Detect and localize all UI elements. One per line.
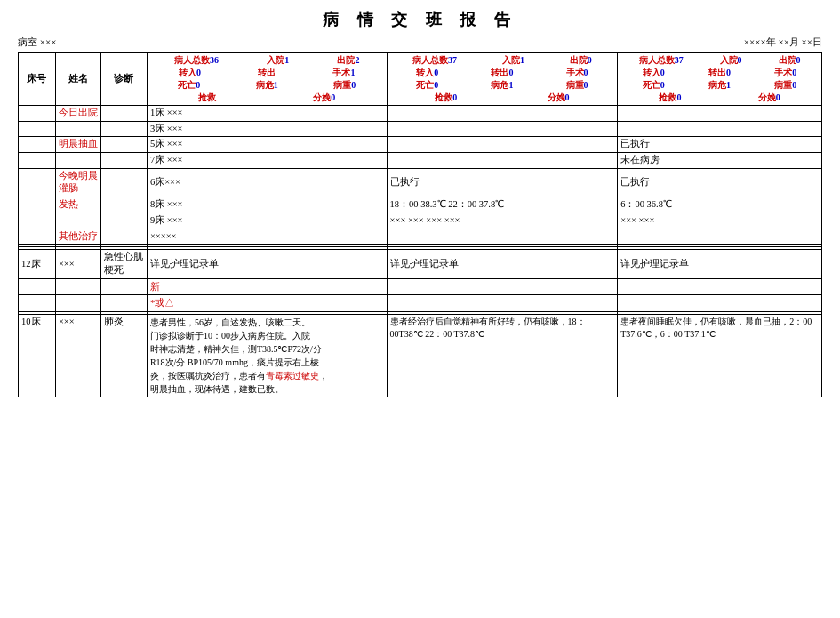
cell-diag-10: 肺炎 xyxy=(100,314,147,397)
stat-night-discharge: 出院0 xyxy=(779,54,801,67)
table-row: 9床 ××× ××× ××× ××× ××× ××× ××× xyxy=(19,213,822,229)
stat-day-birth: 分娩0 xyxy=(313,92,335,104)
stat-night-transfer-out: 转出0 xyxy=(708,67,731,79)
cell-shift2-12: 详见护理记录单 xyxy=(387,250,618,278)
stat-day-rescue: 抢救 xyxy=(198,92,216,104)
col-header-shift3: 病人总数37 入院0 出院0 转入0 转出0 手术0 死亡0 病危1 病重0 抢… xyxy=(618,53,822,106)
cell-diag xyxy=(100,153,147,169)
cell-shift3 xyxy=(618,106,822,122)
stat-eve-rescue: 抢救0 xyxy=(435,92,457,104)
cell-shift2: ××× ××× ××× ××× xyxy=(387,213,618,229)
cell-name xyxy=(55,121,100,137)
table-row: 7床 ××× 未在病房 xyxy=(19,153,822,169)
cell-no xyxy=(19,106,56,122)
header-right: ××××年 ××月 ××日 xyxy=(744,36,822,49)
cell-shift2 xyxy=(387,229,618,245)
cell-shift1: 8床 ××× xyxy=(147,197,387,213)
stat-night-total: 病人总数37 xyxy=(639,54,684,67)
cell-shift1-10: 患者男性，56岁，自述发热、咳嗽二天。 门诊拟诊断于10：00步入病房住院。入院… xyxy=(147,314,387,397)
cell-shift1: 6床××× xyxy=(147,168,387,197)
cell-shift3: ××× ××× xyxy=(618,213,822,229)
table-row-10bed: 10床 ××× 肺炎 患者男性，56岁，自述发热、咳嗽二天。 门诊拟诊断于10：… xyxy=(19,314,822,397)
cell-name xyxy=(55,295,100,312)
cell-name-12: ××× xyxy=(55,250,100,278)
table-row: 其他治疗 ××××× xyxy=(19,229,822,245)
stat-eve-critical: 病危1 xyxy=(491,79,513,92)
cell-diag xyxy=(100,137,147,153)
cell-diag xyxy=(100,168,147,197)
cell-no xyxy=(19,197,56,213)
cell-shift3 xyxy=(618,121,822,137)
page-title: 病 情 交 班 报 告 xyxy=(18,9,822,30)
cell-diag xyxy=(100,278,147,295)
cell-name: 其他治疗 xyxy=(55,229,100,245)
cell-shift2 xyxy=(387,121,618,137)
table-row: 今日出院 1床 ××× xyxy=(19,106,822,122)
table-row: 明晨抽血 5床 ××× 已执行 xyxy=(19,137,822,153)
cell-no-12: 12床 xyxy=(19,250,56,278)
cell-shift1: 5床 ××× xyxy=(147,137,387,153)
cell-no xyxy=(19,137,56,153)
cell-no-10: 10床 xyxy=(19,314,56,397)
cell-shift2 xyxy=(387,295,618,312)
cell-diag xyxy=(100,229,147,245)
stat-night-birth: 分娩0 xyxy=(758,92,780,104)
cell-no xyxy=(19,153,56,169)
stat-eve-admit: 入院1 xyxy=(502,54,524,67)
cell-no xyxy=(19,295,56,312)
stat-day-admit: 入院1 xyxy=(267,54,289,67)
cell-shift3 xyxy=(618,295,822,312)
cell-shift3 xyxy=(618,229,822,245)
cell-shift2 xyxy=(387,278,618,295)
table-row-12bed: 12床 ××× 急性心肌梗死 详见护理记录单 详见护理记录单 详见护理记录单 xyxy=(19,250,822,278)
stat-eve-transfer-in: 转入0 xyxy=(416,67,438,79)
stat-eve-total: 病人总数37 xyxy=(412,54,457,67)
cell-no xyxy=(19,213,56,229)
cell-shift1-12: 详见护理记录单 xyxy=(147,250,387,278)
cell-shift1: ××××× xyxy=(147,229,387,245)
cell-name: 发热 xyxy=(55,197,100,213)
cell-shift3: 未在病房 xyxy=(618,153,822,169)
header-left: 病室 ××× xyxy=(18,36,56,49)
cell-diag-12: 急性心肌梗死 xyxy=(100,250,147,278)
col-header-shift2: 病人总数37 入院1 出院0 转入0 转出0 手术0 死亡0 病危1 病重0 抢… xyxy=(387,53,618,106)
stat-night-transfer-in: 转入0 xyxy=(643,67,665,79)
cell-diag xyxy=(100,106,147,122)
cell-shift3: 已执行 xyxy=(618,137,822,153)
cell-shift1: 3床 ××× xyxy=(147,121,387,137)
stat-day-death: 死亡0 xyxy=(178,79,200,92)
table-row-new: 新 xyxy=(19,278,822,295)
cell-or-label: *或△ xyxy=(147,295,387,312)
cell-name xyxy=(55,278,100,295)
cell-shift1: 1床 ××× xyxy=(147,106,387,122)
cell-name: 今晚明晨灌肠 xyxy=(55,168,100,197)
stat-day-transfer-in: 转入0 xyxy=(179,67,201,79)
stat-night-death: 死亡0 xyxy=(643,79,665,92)
col-header-diag: 诊断 xyxy=(100,53,147,106)
cell-shift3-10: 患者夜间睡眠欠佳，仍有咳嗽，晨血已抽，2：00 T37.6℃，6：00 T37.… xyxy=(618,314,822,397)
stat-night-critical: 病危1 xyxy=(708,79,731,92)
stat-night-surgery: 手术0 xyxy=(774,67,796,79)
stat-eve-discharge: 出院0 xyxy=(570,54,592,67)
table-row: 发热 8床 ××× 18：00 38.3℃ 22：00 37.8℃ 6：00 3… xyxy=(19,197,822,213)
cell-shift3: 6：00 36.8℃ xyxy=(618,197,822,213)
table-row-or: *或△ xyxy=(19,295,822,312)
cell-shift2 xyxy=(387,153,618,169)
cell-no xyxy=(19,121,56,137)
stat-day-surgery: 手术1 xyxy=(332,67,355,79)
cell-diag xyxy=(100,121,147,137)
cell-no xyxy=(19,278,56,295)
table-header-row: 床号 姓名 诊断 病人总数36 入院1 出院2 转入0 转出 手术1 死亡0 病… xyxy=(19,53,822,106)
cell-shift3: 已执行 xyxy=(618,168,822,197)
header-row: 病室 ××× ××××年 ××月 ××日 xyxy=(18,36,822,49)
cell-shift2 xyxy=(387,137,618,153)
cell-shift2: 18：00 38.3℃ 22：00 37.8℃ xyxy=(387,197,618,213)
cell-name xyxy=(55,153,100,169)
stat-eve-birth: 分娩0 xyxy=(548,92,570,104)
cell-shift2: 已执行 xyxy=(387,168,618,197)
cell-shift3-12: 详见护理记录单 xyxy=(618,250,822,278)
table-row: 3床 ××× xyxy=(19,121,822,137)
cell-name: 今日出院 xyxy=(55,106,100,122)
stat-night-serious: 病重0 xyxy=(774,79,796,92)
col-header-shift1: 病人总数36 入院1 出院2 转入0 转出 手术1 死亡0 病危1 病重0 抢救… xyxy=(147,53,387,106)
